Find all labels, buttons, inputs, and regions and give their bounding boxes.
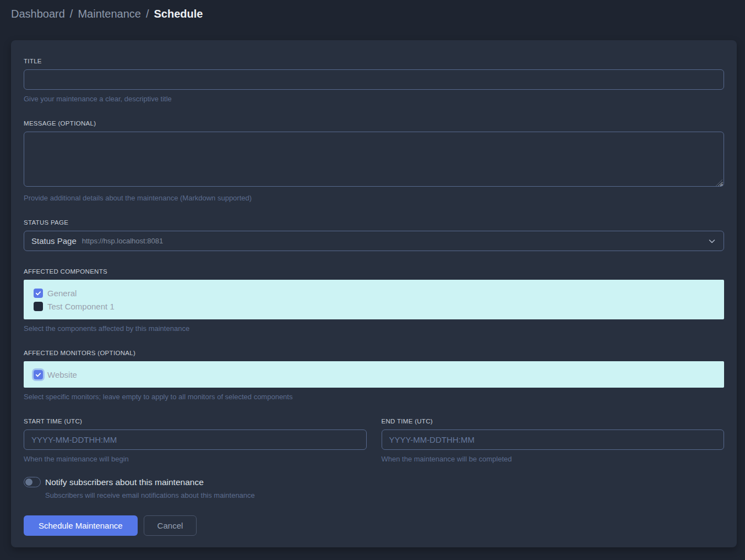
affected-monitors-list: Website bbox=[24, 361, 724, 388]
cancel-button[interactable]: Cancel bbox=[144, 515, 197, 536]
affected-monitors-label: AFFECTED MONITORS (OPTIONAL) bbox=[24, 350, 724, 356]
status-page-selected-url: https://hsp.localhost:8081 bbox=[82, 237, 163, 245]
title-label: TITLE bbox=[24, 58, 724, 64]
end-time-field-group: END TIME (UTC) When the maintenance will… bbox=[382, 418, 725, 463]
breadcrumb-current-schedule: Schedule bbox=[154, 8, 203, 20]
status-page-label: STATUS PAGE bbox=[24, 219, 724, 226]
notify-subscribers-helper-text: Subscribers will receive email notificat… bbox=[45, 491, 724, 499]
schedule-maintenance-button[interactable]: Schedule Maintenance bbox=[24, 515, 138, 536]
notify-subscribers-label[interactable]: Notify subscribers about this maintenanc… bbox=[45, 477, 204, 487]
message-helper-text: Provide additional details about the mai… bbox=[24, 194, 724, 202]
start-time-helper-text: When the maintenance will begin bbox=[24, 455, 367, 463]
component-option-label[interactable]: General bbox=[47, 289, 77, 298]
affected-components-field-group: AFFECTED COMPONENTS General Test Compone… bbox=[24, 268, 724, 333]
breadcrumb: Dashboard / Maintenance / Schedule bbox=[11, 8, 203, 20]
checkbox-general[interactable] bbox=[34, 289, 43, 298]
toggle-knob bbox=[25, 479, 32, 486]
affected-components-list: General Test Component 1 bbox=[24, 280, 724, 319]
start-time-input[interactable] bbox=[24, 429, 367, 450]
start-time-label: START TIME (UTC) bbox=[24, 418, 367, 425]
schedule-maintenance-form-card: TITLE Give your maintenance a clear, des… bbox=[11, 40, 737, 547]
end-time-label: END TIME (UTC) bbox=[382, 418, 725, 425]
start-time-field-group: START TIME (UTC) When the maintenance wi… bbox=[24, 418, 367, 463]
top-bar: Dashboard / Maintenance / Schedule bbox=[0, 0, 745, 28]
end-time-input[interactable] bbox=[382, 429, 725, 450]
breadcrumb-maintenance[interactable]: Maintenance bbox=[78, 8, 141, 20]
affected-components-label: AFFECTED COMPONENTS bbox=[24, 268, 724, 275]
chevron-down-icon bbox=[708, 237, 716, 246]
checkbox-website[interactable] bbox=[34, 370, 43, 379]
component-option-general[interactable]: General bbox=[34, 286, 714, 300]
component-option-label[interactable]: Test Component 1 bbox=[47, 302, 115, 311]
affected-components-helper-text: Select the components affected by this m… bbox=[24, 324, 724, 333]
status-page-select[interactable]: Status Page https://hsp.localhost:8081 bbox=[24, 231, 724, 251]
end-time-helper-text: When the maintenance will be completed bbox=[382, 455, 725, 463]
status-page-selected-name: Status Page bbox=[31, 236, 77, 246]
affected-monitors-field-group: AFFECTED MONITORS (OPTIONAL) Website Sel… bbox=[24, 350, 724, 401]
message-field-group: MESSAGE (OPTIONAL) Provide additional de… bbox=[24, 120, 724, 202]
checkmark-icon bbox=[35, 372, 41, 378]
monitor-option-website[interactable]: Website bbox=[34, 368, 714, 381]
title-field-group: TITLE Give your maintenance a clear, des… bbox=[24, 58, 724, 103]
notify-subscribers-group: Notify subscribers about this maintenanc… bbox=[24, 477, 724, 499]
breadcrumb-separator: / bbox=[146, 8, 149, 20]
affected-monitors-helper-text: Select specific monitors; leave empty to… bbox=[24, 393, 724, 401]
message-label: MESSAGE (OPTIONAL) bbox=[24, 120, 724, 127]
monitor-option-label[interactable]: Website bbox=[47, 370, 77, 379]
notify-subscribers-toggle[interactable] bbox=[24, 477, 41, 487]
breadcrumb-dashboard[interactable]: Dashboard bbox=[11, 8, 65, 20]
checkbox-test-component-1[interactable] bbox=[34, 302, 43, 311]
message-textarea[interactable] bbox=[24, 132, 724, 187]
title-helper-text: Give your maintenance a clear, descripti… bbox=[24, 95, 724, 103]
title-input[interactable] bbox=[24, 69, 724, 90]
time-fields-row: START TIME (UTC) When the maintenance wi… bbox=[24, 418, 724, 463]
breadcrumb-separator: / bbox=[70, 8, 73, 20]
status-page-field-group: STATUS PAGE Status Page https://hsp.loca… bbox=[24, 219, 724, 251]
form-actions: Schedule Maintenance Cancel bbox=[24, 515, 724, 536]
component-option-test-component-1[interactable]: Test Component 1 bbox=[34, 300, 714, 313]
checkmark-icon bbox=[35, 290, 41, 296]
